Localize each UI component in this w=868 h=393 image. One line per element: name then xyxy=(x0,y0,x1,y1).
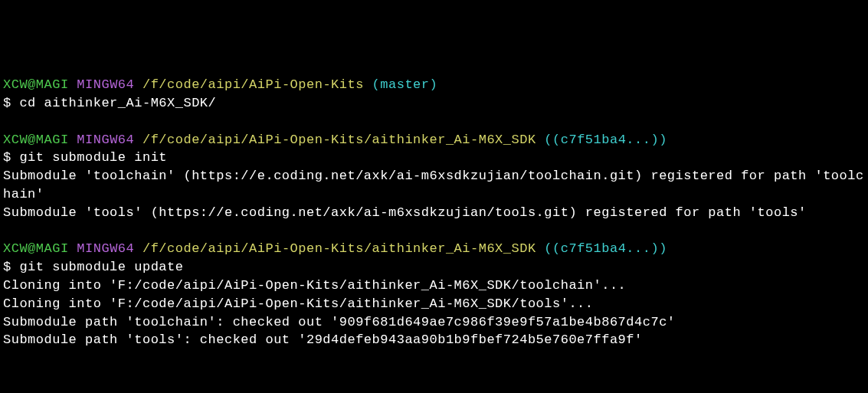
branch-open: ( xyxy=(536,241,552,256)
command-line-3: $ git submodule update xyxy=(3,258,865,277)
cwd-path: /f/code/aipi/AiPi-Open-Kits/aithinker_Ai… xyxy=(142,241,536,256)
output-line: Submodule 'toolchain' (https://e.coding.… xyxy=(3,167,865,204)
cwd-path: /f/code/aipi/AiPi-Open-Kits/aithinker_Ai… xyxy=(142,133,536,147)
branch-name: (c7f51ba4...) xyxy=(552,133,659,147)
command-line-1: $ cd aithinker_Ai-M6X_SDK/ xyxy=(3,94,865,113)
mingw-label: MINGW64 xyxy=(77,133,134,147)
output-line: Submodule 'tools' (https://e.coding.net/… xyxy=(3,204,865,222)
branch-name: master xyxy=(380,77,429,92)
mingw-label: MINGW64 xyxy=(77,241,134,256)
branch-close-wrap: ) xyxy=(659,133,667,147)
output-line: Cloning into 'F:/code/aipi/AiPi-Open-Kit… xyxy=(3,295,865,313)
prompt-dollar: $ xyxy=(3,96,19,110)
output-line: Submodule path 'toolchain': checked out … xyxy=(3,313,865,332)
user-host: XCW@MAGI xyxy=(3,241,69,256)
branch-close-wrap: ) xyxy=(659,241,667,256)
command-line-2: $ git submodule init xyxy=(3,149,865,167)
output-line: Submodule path 'tools': checked out '29d… xyxy=(3,331,865,349)
terminal[interactable]: XCW@MAGI MINGW64 /f/code/aipi/AiPi-Open-… xyxy=(3,76,865,349)
branch-open: ( xyxy=(536,133,552,147)
command-text: git submodule update xyxy=(19,260,183,274)
prompt-line-1: XCW@MAGI MINGW64 /f/code/aipi/AiPi-Open-… xyxy=(3,76,865,94)
mingw-label: MINGW64 xyxy=(77,77,134,92)
prompt-dollar: $ xyxy=(3,260,19,274)
command-text: git submodule init xyxy=(19,150,167,165)
user-host: XCW@MAGI xyxy=(3,133,69,147)
cwd-path: /f/code/aipi/AiPi-Open-Kits xyxy=(142,77,364,92)
user-host: XCW@MAGI xyxy=(3,77,69,92)
branch-name: (c7f51ba4...) xyxy=(552,241,659,256)
branch-close: ) xyxy=(430,77,438,92)
branch-open: ( xyxy=(364,77,380,92)
prompt-line-3: XCW@MAGI MINGW64 /f/code/aipi/AiPi-Open-… xyxy=(3,240,865,258)
prompt-dollar: $ xyxy=(3,150,19,165)
prompt-line-2: XCW@MAGI MINGW64 /f/code/aipi/AiPi-Open-… xyxy=(3,131,865,149)
command-text: cd aithinker_Ai-M6X_SDK/ xyxy=(19,96,216,110)
output-line: Cloning into 'F:/code/aipi/AiPi-Open-Kit… xyxy=(3,277,865,295)
